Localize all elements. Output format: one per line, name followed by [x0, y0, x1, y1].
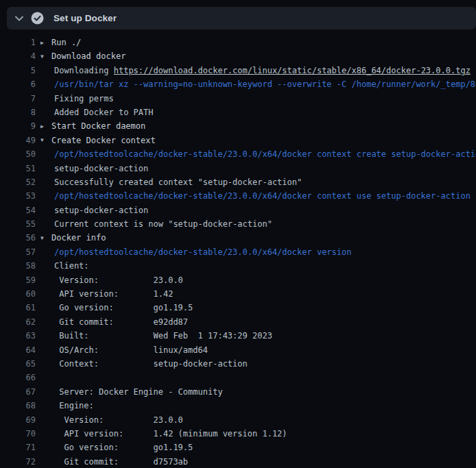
line-number[interactable]: 66: [0, 371, 36, 384]
group-title: Run ./: [51, 38, 81, 47]
step-header[interactable]: Set up Docker: [7, 7, 476, 29]
line-number[interactable]: 8: [0, 106, 36, 119]
log-group-header[interactable]: ▼Download docker: [36, 49, 126, 63]
line-number[interactable]: 5: [0, 64, 36, 77]
log-line: 68 Engine:: [0, 399, 476, 412]
log-line: 54setup-docker-action: [0, 204, 476, 217]
log-group-header[interactable]: ▶Start Docker daemon: [36, 119, 145, 133]
line-number[interactable]: 51: [0, 162, 36, 175]
log-line: 50/opt/hostedtoolcache/docker-stable/23.…: [0, 147, 476, 161]
log-line: 69 Version: 23.0.0: [0, 413, 476, 427]
log-text: setup-docker-action: [36, 204, 148, 217]
log-line: 7Fixing perms: [0, 92, 476, 106]
line-number[interactable]: 68: [0, 399, 36, 412]
log-line: 60 API version: 1.42: [0, 287, 476, 301]
log-text: Version: 23.0.0: [36, 273, 183, 287]
command-text: /usr/bin/tar xz --warning=no-unknown-key…: [36, 77, 476, 91]
log-text: Built: Wed Feb 1 17:43:29 2023: [36, 329, 272, 343]
log-line: 51setup-docker-action: [0, 162, 476, 175]
line-number[interactable]: 6: [0, 77, 36, 91]
log-line: 49▼Create Docker context: [0, 134, 476, 147]
line-number[interactable]: 59: [0, 273, 36, 287]
log-line: 57/opt/hostedtoolcache/docker-stable/23.…: [0, 245, 476, 259]
log-text: Go version: go1.19.5: [36, 301, 193, 315]
log-line: 70 API version: 1.42 (minimum version 1.…: [0, 427, 476, 441]
line-number[interactable]: 55: [0, 217, 36, 231]
log-line: 8Added Docker to PATH: [0, 106, 476, 119]
log-line: 4▼Download docker: [0, 49, 476, 63]
command-text: /opt/hostedtoolcache/docker-stable/23.0.…: [36, 189, 471, 203]
log-text: Go version: go1.19.5: [36, 441, 193, 454]
log-text-prefix: Downloading: [54, 66, 114, 75]
log-text: Git commit: d7573ab: [36, 455, 188, 468]
triangle-collapsed-icon[interactable]: ▶: [40, 36, 51, 50]
log-text: setup-docker-action: [36, 162, 148, 175]
chevron-down-icon[interactable]: [14, 15, 24, 22]
log-line: 6/usr/bin/tar xz --warning=no-unknown-ke…: [0, 77, 476, 91]
line-number[interactable]: 56: [0, 231, 36, 245]
group-title: Download docker: [51, 51, 126, 61]
log-text: Fixing perms: [36, 92, 114, 106]
log-line: 59 Version: 23.0.0: [0, 273, 476, 287]
log-text: Git commit: e92dd87: [36, 315, 188, 329]
line-number[interactable]: 4: [0, 49, 36, 63]
line-number[interactable]: 65: [0, 357, 36, 371]
line-number[interactable]: 71: [0, 441, 36, 454]
group-title: Start Docker daemon: [51, 121, 145, 131]
log-text: Added Docker to PATH: [36, 106, 154, 119]
command-text: /opt/hostedtoolcache/docker-stable/23.0.…: [36, 147, 476, 161]
line-number[interactable]: 52: [0, 175, 36, 189]
triangle-collapsed-icon[interactable]: ▶: [40, 120, 51, 134]
log-text: Downloading https://download.docker.com/…: [36, 64, 471, 77]
log-line: 72 Git commit: d7573ab: [0, 455, 476, 468]
log-line: 65 Context: setup-docker-action: [0, 357, 476, 371]
line-number[interactable]: 64: [0, 343, 36, 357]
line-number[interactable]: 1: [0, 36, 36, 49]
log-lines: 1▶Run ./4▼Download docker5Downloading ht…: [0, 36, 476, 468]
check-circle-icon: [31, 12, 44, 25]
log-line: 61 Go version: go1.19.5: [0, 301, 476, 315]
line-number[interactable]: 57: [0, 245, 36, 259]
log-text: Successfully created context "setup-dock…: [36, 175, 302, 189]
line-number[interactable]: 7: [0, 92, 36, 106]
log-line: 63 Built: Wed Feb 1 17:43:29 2023: [0, 329, 476, 343]
log-text: [36, 371, 54, 384]
log-line: 64 OS/Arch: linux/amd64: [0, 343, 476, 357]
command-text: /opt/hostedtoolcache/docker-stable/23.0.…: [36, 245, 351, 259]
log-line: 55Current context is now "setup-docker-a…: [0, 217, 476, 231]
log-group-header[interactable]: ▼Docker info: [36, 231, 106, 245]
line-number[interactable]: 60: [0, 287, 36, 301]
line-number[interactable]: 58: [0, 259, 36, 273]
triangle-expanded-icon[interactable]: ▼: [40, 134, 51, 147]
line-number[interactable]: 54: [0, 204, 36, 217]
line-number[interactable]: 9: [0, 119, 36, 133]
triangle-expanded-icon[interactable]: ▼: [40, 232, 51, 245]
triangle-expanded-icon[interactable]: ▼: [40, 50, 51, 64]
line-number[interactable]: 50: [0, 147, 36, 161]
log-text: Current context is now "setup-docker-act…: [36, 217, 272, 231]
log-text: Version: 23.0.0: [36, 413, 183, 427]
line-number[interactable]: 72: [0, 455, 36, 468]
log-line: 67 Server: Docker Engine - Community: [0, 385, 476, 399]
log-link[interactable]: https://download.docker.com/linux/static…: [114, 66, 471, 75]
line-number[interactable]: 62: [0, 315, 36, 329]
log-text: API version: 1.42: [36, 287, 173, 301]
log-container: 1▶Run ./4▼Download docker5Downloading ht…: [0, 30, 476, 468]
line-number[interactable]: 61: [0, 301, 36, 315]
line-number[interactable]: 49: [0, 134, 36, 147]
line-number[interactable]: 70: [0, 427, 36, 441]
log-text: Context: setup-docker-action: [36, 357, 248, 371]
line-number[interactable]: 63: [0, 329, 36, 343]
line-number[interactable]: 69: [0, 413, 36, 427]
log-line: 71 Go version: go1.19.5: [0, 441, 476, 454]
log-line: 1▶Run ./: [0, 36, 476, 49]
log-group-header[interactable]: ▼Create Docker context: [36, 134, 156, 147]
log-line: 62 Git commit: e92dd87: [0, 315, 476, 329]
line-number[interactable]: 67: [0, 385, 36, 399]
log-text: Client:: [36, 259, 89, 273]
log-group-header[interactable]: ▶Run ./: [36, 36, 81, 49]
line-number[interactable]: 53: [0, 189, 36, 203]
group-title: Create Docker context: [51, 136, 156, 145]
group-title: Docker info: [51, 233, 106, 243]
log-line: 56▼Docker info: [0, 231, 476, 245]
